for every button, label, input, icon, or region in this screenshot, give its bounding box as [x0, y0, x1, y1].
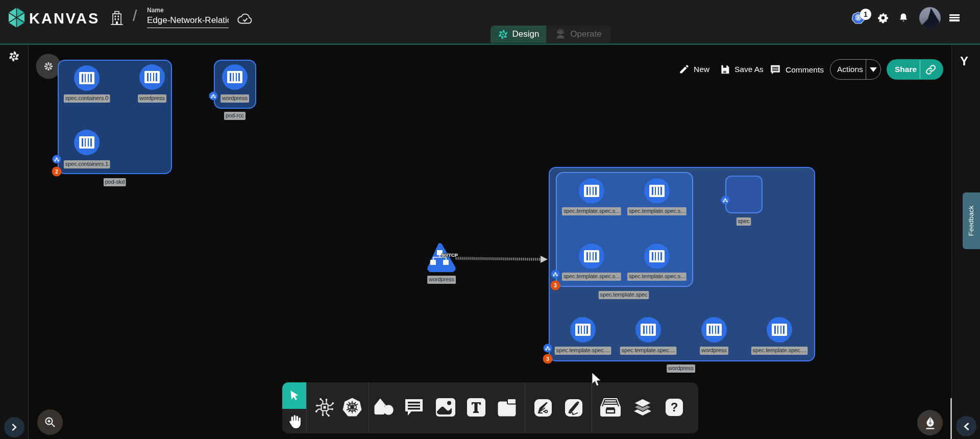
svg-text:80/TCP: 80/TCP	[442, 252, 458, 258]
svg-text:?: ?	[671, 400, 678, 414]
